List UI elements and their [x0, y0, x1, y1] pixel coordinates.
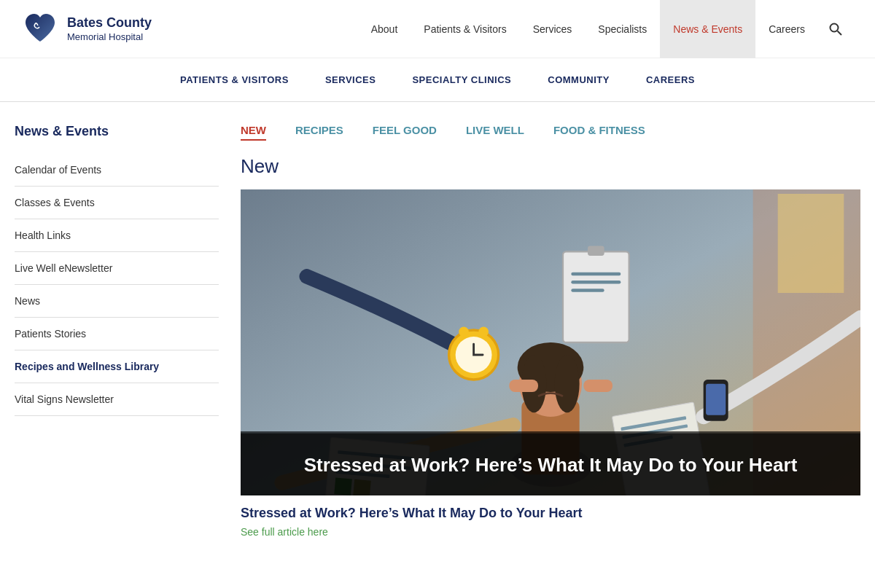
logo-text: Bates County Memorial Hospital — [67, 15, 152, 42]
sidebar-item-recipes: Recipes and Wellness Library — [15, 350, 219, 383]
filter-tab-live-well[interactable]: LIVE WELL — [466, 124, 524, 141]
article-full-link[interactable]: See full article here — [241, 526, 328, 538]
filter-tab-new[interactable]: NEW — [241, 124, 266, 141]
svg-rect-20 — [571, 281, 621, 284]
sidebar-item-live-well: Live Well eNewsletter — [15, 252, 219, 285]
secondary-nav: PATIENTS & VISITORS SERVICES SPECIALTY C… — [0, 58, 875, 102]
svg-point-10 — [555, 355, 580, 412]
svg-point-15 — [459, 326, 469, 337]
sidebar-link-classes[interactable]: Classes & Events — [15, 187, 219, 219]
sidebar-item-calendar: Calendar of Events — [15, 154, 219, 187]
svg-line-1 — [838, 31, 842, 35]
search-icon — [828, 22, 843, 36]
sidebar-item-news: News — [15, 285, 219, 318]
sec-nav-services[interactable]: SERVICES — [325, 74, 376, 85]
top-nav: Bates County Memorial Hospital About Pat… — [0, 0, 875, 58]
nav-careers[interactable]: Careers — [755, 0, 818, 58]
article-info: Stressed at Work? Here’s What It May Do … — [241, 506, 860, 538]
svg-rect-12 — [583, 380, 612, 392]
sidebar-item-health-links: Health Links — [15, 219, 219, 252]
main-content: News & Events Calendar of Events Classes… — [0, 102, 875, 560]
svg-rect-27 — [706, 384, 726, 415]
article-overlay: Stressed at Work? Here’s What It May Do … — [241, 431, 860, 495]
sidebar-link-health-links[interactable]: Health Links — [15, 219, 219, 251]
article-card: Stressed at Work? Here’s What It May Do … — [241, 189, 860, 538]
sidebar-item-patients-stories: Patients Stories — [15, 318, 219, 350]
nav-services[interactable]: Services — [520, 0, 586, 58]
article-image: Stressed at Work? Here’s What It May Do … — [241, 189, 860, 495]
svg-rect-19 — [571, 273, 621, 276]
svg-point-0 — [831, 23, 839, 31]
search-button[interactable] — [818, 0, 853, 58]
svg-rect-18 — [588, 246, 604, 256]
sidebar-link-calendar[interactable]: Calendar of Events — [15, 154, 219, 186]
nav-news-events[interactable]: News & Events — [660, 0, 755, 58]
sec-nav-specialty-clinics[interactable]: SPECIALTY CLINICS — [412, 74, 511, 85]
sec-nav-patients-visitors[interactable]: PATIENTS & VISITORS — [180, 74, 289, 85]
svg-rect-17 — [563, 251, 629, 342]
article-main-title: Stressed at Work? Here’s What It May Do … — [241, 506, 860, 521]
sidebar-menu: Calendar of Events Classes & Events Heal… — [15, 154, 219, 416]
sidebar-link-recipes[interactable]: Recipes and Wellness Library — [15, 350, 219, 383]
top-nav-links: About Patients & Visitors Services Speci… — [358, 0, 853, 58]
sidebar-link-vital-signs[interactable]: Vital Signs Newsletter — [15, 383, 219, 415]
filter-tabs: NEW RECIPES FEEL GOOD LIVE WELL FOOD & F… — [241, 124, 860, 141]
filter-tab-recipes[interactable]: RECIPES — [295, 124, 343, 141]
filter-tab-food-fitness[interactable]: FOOD & FITNESS — [553, 124, 645, 141]
svg-rect-11 — [509, 380, 538, 392]
sidebar-title: News & Events — [15, 124, 219, 139]
sidebar-item-vital-signs: Vital Signs Newsletter — [15, 383, 219, 416]
content-area: NEW RECIPES FEEL GOOD LIVE WELL FOOD & F… — [241, 124, 860, 538]
sec-nav-careers[interactable]: CAREERS — [646, 74, 695, 85]
filter-tab-feel-good[interactable]: FEEL GOOD — [373, 124, 437, 141]
sidebar: News & Events Calendar of Events Classes… — [15, 124, 219, 538]
sidebar-item-classes: Classes & Events — [15, 187, 219, 219]
nav-about[interactable]: About — [358, 0, 411, 58]
logo-line1: Bates County — [67, 15, 152, 31]
logo-heart-icon — [22, 11, 58, 47]
svg-point-16 — [478, 326, 489, 337]
logo-line2: Memorial Hospital — [67, 31, 152, 43]
article-overlay-title: Stressed at Work? Here’s What It May Do … — [255, 453, 846, 478]
svg-rect-4 — [778, 194, 844, 293]
sidebar-link-patients-stories[interactable]: Patients Stories — [15, 318, 219, 350]
section-title: New — [241, 155, 860, 178]
sec-nav-community[interactable]: COMMUNITY — [548, 74, 610, 85]
sidebar-link-news[interactable]: News — [15, 285, 219, 317]
nav-patients-visitors[interactable]: Patients & Visitors — [411, 0, 519, 58]
svg-rect-21 — [571, 289, 604, 292]
nav-specialists[interactable]: Specialists — [585, 0, 660, 58]
sidebar-link-live-well[interactable]: Live Well eNewsletter — [15, 252, 219, 284]
logo[interactable]: Bates County Memorial Hospital — [22, 11, 152, 47]
